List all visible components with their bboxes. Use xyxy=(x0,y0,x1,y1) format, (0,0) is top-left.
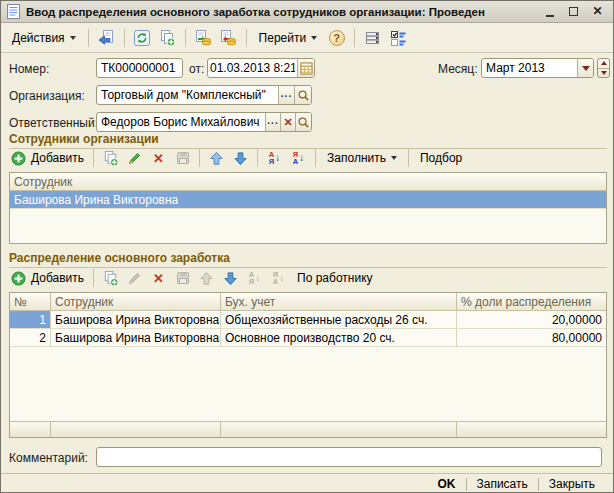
date-input[interactable] xyxy=(208,59,297,77)
employees-end-edit-button[interactable] xyxy=(171,147,194,169)
spinner-up-button[interactable] xyxy=(598,59,609,69)
employees-sort-asc-button[interactable]: АЯ ↓ xyxy=(263,147,286,169)
organization-open-button[interactable] xyxy=(294,86,311,104)
month-input[interactable] xyxy=(482,59,577,77)
goto-menu-button[interactable]: Перейти xyxy=(253,27,324,49)
close-button[interactable]: ✕ xyxy=(591,5,604,18)
organization-input[interactable] xyxy=(97,86,278,104)
employees-copy-button[interactable] xyxy=(99,147,122,169)
minimize-button[interactable] xyxy=(543,5,556,18)
main-toolbar: Действия xyxy=(1,23,613,53)
responsible-input[interactable] xyxy=(97,113,265,131)
refresh-button[interactable] xyxy=(131,27,154,49)
sort-az-icon: АЯ ↓ xyxy=(269,151,280,165)
reread-document-button[interactable] xyxy=(95,27,118,49)
distribution-move-down-button[interactable] xyxy=(219,267,242,289)
table-row[interactable]: 1 Баширова Ирина Викторовна Общехозяйств… xyxy=(10,311,606,329)
employees-move-down-button[interactable] xyxy=(229,147,252,169)
triangle-down-icon xyxy=(601,71,607,75)
table-row[interactable]: 2 Баширова Ирина Викторовна Основное про… xyxy=(10,329,606,347)
cell-employee[interactable]: Баширова Ирина Викторовна xyxy=(51,329,221,346)
document-structure-button[interactable] xyxy=(361,27,384,49)
cell-percent[interactable]: 20,00000 xyxy=(457,311,606,328)
employees-table-row[interactable]: Баширова Ирина Викторовна xyxy=(10,191,606,209)
spinner-down-button[interactable] xyxy=(598,69,609,78)
floppy-disk-icon xyxy=(175,150,191,166)
number-input[interactable] xyxy=(97,59,182,77)
ok-button[interactable]: OK xyxy=(428,477,466,491)
unpost-document-icon xyxy=(219,29,237,47)
by-employee-button[interactable]: По работнику xyxy=(291,267,378,289)
toolbar-separator xyxy=(199,149,200,167)
responsible-clear-button[interactable]: ✕ xyxy=(280,113,295,131)
distribution-delete-button[interactable]: ✕ xyxy=(147,267,170,289)
cell-account[interactable]: Общехозяйственные расходы 26 сч. xyxy=(221,311,457,328)
month-field xyxy=(481,58,594,78)
employees-add-button[interactable]: Добавить xyxy=(7,147,88,169)
employees-sort-desc-button[interactable]: ЯА ↓ xyxy=(287,147,310,169)
toolbar-separator xyxy=(185,29,186,47)
cell-num[interactable]: 2 xyxy=(10,329,51,346)
employees-table-header: Сотрудник xyxy=(10,173,606,191)
distribution-section-title: Распределение основного заработка xyxy=(9,251,607,268)
employee-cell[interactable]: Баширова Ирина Викторовна xyxy=(10,191,606,208)
employees-fill-menu-button[interactable]: Заполнить xyxy=(321,147,403,169)
post-document-button[interactable] xyxy=(192,27,215,49)
distribution-end-edit-button[interactable] xyxy=(171,267,194,289)
magnifier-icon xyxy=(297,89,310,102)
distribution-sort-desc-button[interactable]: ЯА ↓ xyxy=(267,267,290,289)
actions-menu-label: Действия xyxy=(12,31,65,45)
column-header-percent[interactable]: % доли распределения xyxy=(457,293,606,310)
employees-pick-label: Подбор xyxy=(420,151,462,165)
employees-delete-button[interactable]: ✕ xyxy=(147,147,170,169)
document-window: Ввод распределения основного заработка с… xyxy=(0,0,614,493)
responsible-label: Ответственный: xyxy=(9,116,98,130)
delete-x-icon: ✕ xyxy=(153,151,164,166)
help-button[interactable]: ? xyxy=(325,27,348,49)
distribution-add-button[interactable]: Добавить xyxy=(7,267,88,289)
employees-column-header[interactable]: Сотрудник xyxy=(10,173,606,190)
clear-x-icon: ✕ xyxy=(283,116,292,129)
employees-move-up-button[interactable] xyxy=(205,147,228,169)
employees-pick-button[interactable]: Подбор xyxy=(414,147,468,169)
organization-select-button[interactable]: ... xyxy=(278,86,294,104)
write-button[interactable]: Записать xyxy=(467,477,538,491)
month-dropdown-button[interactable] xyxy=(577,59,593,77)
distribution-move-up-button[interactable] xyxy=(195,267,218,289)
plus-circle-icon xyxy=(11,151,26,166)
pencil-icon xyxy=(127,150,143,166)
responsible-select-button[interactable]: ... xyxy=(265,113,280,131)
cell-num[interactable]: 1 xyxy=(10,311,51,328)
window-title: Ввод распределения основного заработка с… xyxy=(26,6,537,18)
copy-add-icon xyxy=(158,29,176,47)
column-header-account[interactable]: Бух. учет xyxy=(221,293,457,310)
cell-employee[interactable]: Баширова Ирина Викторовна xyxy=(51,311,221,328)
list-settings-button[interactable] xyxy=(386,27,409,49)
responsible-field: ... ✕ xyxy=(96,112,312,132)
goto-menu-label: Перейти xyxy=(259,31,307,45)
maximize-icon xyxy=(569,7,578,16)
actions-menu-button[interactable]: Действия xyxy=(6,27,82,49)
unpost-document-button[interactable] xyxy=(217,27,240,49)
chevron-down-icon xyxy=(582,66,590,71)
comment-label: Комментарий: xyxy=(9,451,88,465)
employees-edit-button[interactable] xyxy=(123,147,146,169)
employees-fill-label: Заполнить xyxy=(327,151,386,165)
column-header-employee[interactable]: Сотрудник xyxy=(51,293,221,310)
cell-account[interactable]: Основное производство 20 сч. xyxy=(221,329,457,346)
footer-cell xyxy=(457,422,606,437)
maximize-button[interactable] xyxy=(567,5,580,18)
calendar-button[interactable] xyxy=(297,59,314,77)
distribution-edit-button[interactable] xyxy=(123,267,146,289)
column-header-num[interactable]: № xyxy=(10,293,51,310)
refresh-icon xyxy=(133,29,151,47)
copy-document-button[interactable] xyxy=(156,27,179,49)
comment-input[interactable] xyxy=(97,448,601,466)
cell-percent[interactable]: 80,00000 xyxy=(457,329,606,346)
date-field xyxy=(207,58,315,78)
distribution-sort-asc-button[interactable]: АЯ ↓ xyxy=(243,267,266,289)
close-form-button[interactable]: Закрыть xyxy=(539,477,605,491)
plus-circle-icon xyxy=(11,271,26,286)
responsible-open-button[interactable] xyxy=(295,113,311,131)
distribution-copy-button[interactable] xyxy=(99,267,122,289)
